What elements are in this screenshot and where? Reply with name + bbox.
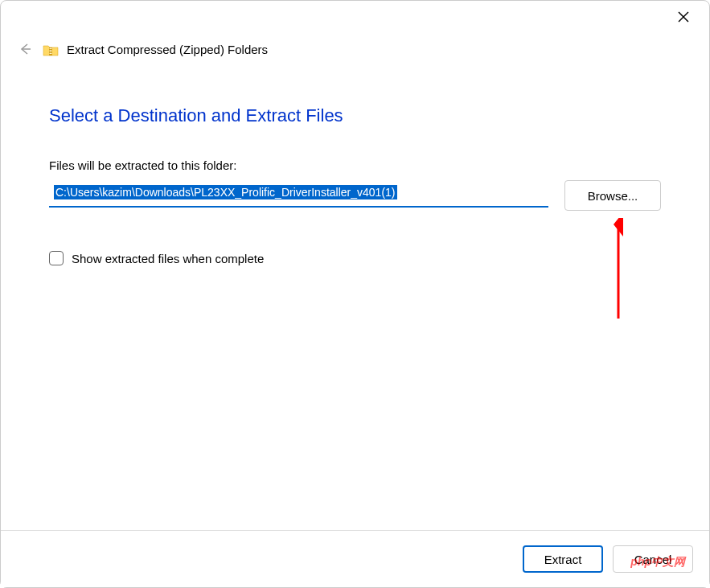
header-row: Extract Compressed (Zipped) Folders [1,33,709,65]
cancel-button[interactable]: Cancel [613,545,693,573]
input-row: C:\Users\kazim\Downloads\PL23XX_Prolific… [49,180,661,211]
svg-rect-6 [50,51,52,52]
svg-rect-5 [50,50,52,51]
checkbox-row: Show extracted files when complete [49,251,661,265]
back-button[interactable] [17,41,33,57]
destination-path-input[interactable]: C:\Users\kazim\Downloads\PL23XX_Prolific… [49,183,548,208]
zipped-folder-icon [43,43,57,56]
svg-rect-7 [50,53,52,54]
close-button[interactable] [674,7,693,27]
selected-path-text: C:\Users\kazim\Downloads\PL23XX_Prolific… [54,185,397,199]
extract-dialog-window: Extract Compressed (Zipped) Folders Sele… [0,0,710,588]
svg-rect-4 [50,48,52,49]
show-files-checkbox[interactable] [49,251,64,265]
checkbox-label: Show extracted files when complete [72,252,264,265]
path-label: Files will be extracted to this folder: [49,158,661,172]
content-area: Select a Destination and Extract Files F… [1,65,709,530]
extract-button[interactable]: Extract [523,545,603,573]
back-arrow-icon [18,42,32,56]
page-heading: Select a Destination and Extract Files [49,105,661,126]
footer: Extract Cancel [1,530,709,587]
titlebar [1,1,709,33]
dialog-title: Extract Compressed (Zipped) Folders [67,43,268,56]
close-icon [678,11,689,23]
browse-button[interactable]: Browse... [564,180,661,211]
